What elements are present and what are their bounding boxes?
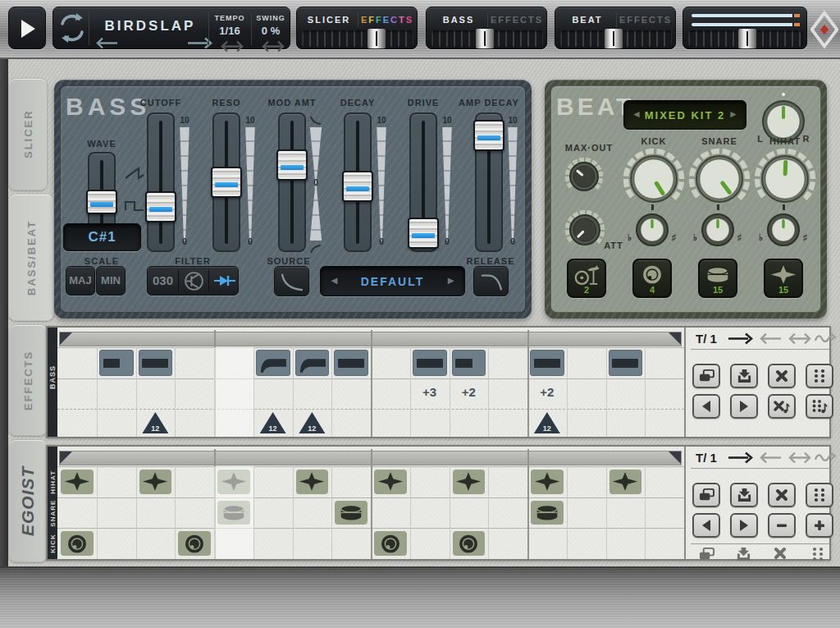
sound-preset-dropdown[interactable]: ◄►DEFAULT	[320, 266, 465, 296]
arrow-squiggle[interactable]	[814, 332, 840, 346]
minus-button[interactable]	[768, 513, 796, 538]
bass-note-step-2[interactable]	[99, 350, 134, 376]
sidebar-item-slicer[interactable]: SLICER	[8, 78, 48, 190]
bass-note-step-13[interactable]	[530, 350, 564, 376]
bass-note-step-8[interactable]	[334, 350, 368, 376]
scale-min-button[interactable]: MIN	[96, 266, 126, 296]
slider-handle[interactable]	[145, 191, 176, 222]
slicer-mix-slider[interactable]	[302, 30, 413, 47]
arrow-squiggle[interactable]	[814, 452, 840, 465]
snare-step-5[interactable]	[217, 501, 250, 525]
hihat-step-3[interactable]	[139, 470, 172, 494]
source-button[interactable]	[274, 266, 309, 296]
paste-button[interactable]	[730, 364, 758, 388]
slider-handle[interactable]	[737, 28, 757, 49]
time-signature[interactable]: T/ 1	[696, 451, 728, 465]
bass-note-step-10[interactable]	[413, 350, 447, 376]
pitch-knob-2[interactable]	[701, 213, 734, 246]
paste-button[interactable]	[730, 483, 758, 507]
preset-prev-icon[interactable]	[96, 37, 119, 53]
slider-handle[interactable]	[342, 171, 373, 202]
slider-drive[interactable]	[409, 112, 437, 252]
beat-mix-slider[interactable]	[560, 30, 672, 47]
maxout-knob[interactable]	[564, 157, 604, 196]
arrow-left[interactable]	[760, 332, 788, 346]
clear-button[interactable]	[768, 364, 796, 388]
kick-step-11[interactable]	[453, 531, 486, 556]
copy-flat-button[interactable]	[698, 547, 716, 562]
pad-drumkit[interactable]: 2	[567, 259, 606, 298]
accent-marker-step-6[interactable]: 12	[260, 412, 286, 433]
slider-cutoff[interactable]	[147, 112, 175, 252]
pad-kick[interactable]: 4	[632, 259, 672, 298]
sidebar-item-bass-beat[interactable]: BASS/BEAT	[8, 194, 54, 321]
accent-marker-step-13[interactable]: 12	[534, 412, 560, 433]
time-signature[interactable]: T/ 1	[696, 332, 728, 346]
release-button[interactable]	[473, 266, 509, 296]
preset-name[interactable]: BIRDSLAP	[93, 18, 208, 34]
filter-number[interactable]: 030	[148, 267, 178, 295]
slider-handle[interactable]	[408, 218, 439, 249]
kick-step-9[interactable]	[374, 531, 407, 556]
swing-value[interactable]: 0 %	[252, 25, 290, 37]
kit-dropdown[interactable]: ◄►MIXED KIT 2	[623, 100, 746, 130]
hihat-step-15[interactable]	[609, 470, 642, 494]
arrow-both[interactable]	[788, 452, 815, 465]
dice-button[interactable]	[806, 364, 833, 388]
prev-button[interactable]	[692, 513, 720, 538]
beat-label[interactable]: BEAT	[559, 11, 616, 29]
slider-handle[interactable]	[367, 28, 386, 49]
beat-effects-label[interactable]: EFFECTS	[618, 11, 673, 29]
wave-slider[interactable]	[88, 152, 116, 234]
sidebar-item-effects[interactable]: EFFECTS	[8, 324, 48, 436]
accent-marker-step-7[interactable]: 12	[299, 412, 325, 433]
arrow-right[interactable]	[727, 452, 755, 465]
arrow-left[interactable]	[760, 452, 788, 465]
bass-note-step-11[interactable]	[452, 350, 486, 376]
tempo-drag-icon[interactable]	[220, 40, 244, 56]
tempo-value[interactable]: 1/16	[210, 25, 249, 37]
slicer-label[interactable]: SLICER	[300, 11, 358, 29]
next-button[interactable]	[730, 513, 758, 538]
clear-button[interactable]	[768, 483, 796, 507]
level-knob-kick[interactable]	[623, 148, 685, 210]
snare-step-13[interactable]	[531, 501, 564, 525]
dice-flat-button[interactable]	[811, 547, 829, 562]
play-button[interactable]	[8, 7, 46, 49]
level-knob-snare[interactable]	[688, 148, 751, 210]
accent-marker-step-3[interactable]: 12	[142, 412, 168, 433]
next-button[interactable]	[730, 394, 758, 419]
slider-handle[interactable]	[86, 190, 117, 214]
prev-button[interactable]	[692, 394, 720, 419]
kick-step-1[interactable]	[61, 531, 94, 556]
dice-note-button[interactable]	[806, 394, 833, 419]
bass-mix-slider[interactable]	[431, 30, 543, 47]
copy-button[interactable]	[692, 483, 720, 507]
loop-icon[interactable]	[60, 12, 84, 30]
level-knob-hihat[interactable]	[754, 148, 816, 210]
arrow-right[interactable]	[727, 332, 755, 346]
diode-filter-icon[interactable]	[213, 275, 236, 286]
slider-amp-decay[interactable]	[475, 112, 503, 252]
pad-hihat[interactable]: 15	[764, 259, 803, 298]
pitch-knob-3[interactable]	[767, 213, 800, 246]
bass-note-step-3[interactable]	[139, 350, 173, 376]
snare-step-8[interactable]	[335, 501, 368, 525]
hihat-step-5[interactable]	[217, 470, 250, 494]
slicer-effects-label[interactable]: EFFECTS	[359, 11, 415, 29]
transistor-filter-icon[interactable]	[183, 271, 204, 292]
bass-label[interactable]: BASS	[430, 11, 487, 29]
master-volume-slider[interactable]	[688, 30, 803, 47]
bass-note-step-6[interactable]	[256, 350, 290, 376]
egoist-logo-tab[interactable]: EGOIST	[8, 439, 48, 562]
copy-button[interactable]	[692, 364, 720, 388]
slider-handle[interactable]	[604, 28, 623, 49]
hihat-step-11[interactable]	[453, 470, 486, 494]
slider-reso[interactable]	[212, 112, 240, 252]
slider-decay[interactable]	[344, 112, 372, 252]
hihat-step-1[interactable]	[61, 470, 94, 494]
scale-maj-button[interactable]: MAJ	[66, 266, 95, 296]
hihat-step-9[interactable]	[374, 470, 407, 494]
swing-drag-icon[interactable]	[261, 40, 285, 56]
key-display[interactable]: C#1	[63, 223, 141, 251]
